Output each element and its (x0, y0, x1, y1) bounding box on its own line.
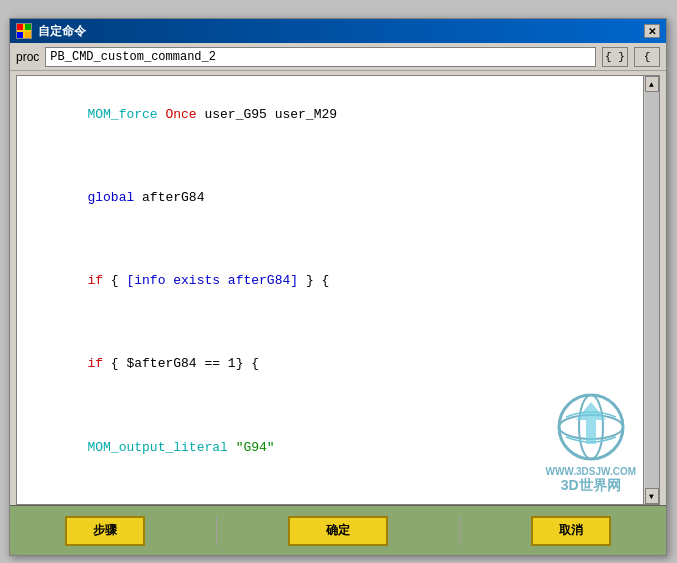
command-name-input[interactable] (45, 47, 596, 67)
svg-rect-3 (25, 32, 31, 38)
separator-1 (216, 516, 217, 546)
open-brace-button[interactable]: { (634, 47, 660, 67)
separator-2 (459, 516, 460, 546)
vertical-scrollbar[interactable]: ▲ ▼ (643, 76, 659, 504)
code-line-7: if { $afterG84 == 1} { (25, 334, 651, 396)
code-editor[interactable]: MOM_force Once user_G95 user_M29 global … (16, 75, 660, 505)
scroll-down-button[interactable]: ▼ (645, 488, 659, 504)
code-line-2 (25, 146, 651, 167)
if-close-1: } { (298, 273, 329, 288)
dialog-icon (16, 23, 32, 39)
cancel-button[interactable]: 取消 (531, 516, 611, 546)
g94-string: "G94" (228, 440, 275, 455)
code-line-3: global afterG84 (25, 167, 651, 229)
if-keyword-1: if (87, 273, 103, 288)
confirm-button[interactable]: 确定 (288, 516, 388, 546)
if-keyword-2: if (87, 356, 103, 371)
var-afterG84: afterG84 (134, 190, 204, 205)
dialog-window: 自定命令 ✕ proc { } { MOM_force Once user_G9… (9, 18, 667, 556)
svg-rect-1 (25, 24, 31, 30)
title-left: 自定命令 (16, 23, 86, 40)
code-line-8 (25, 396, 651, 417)
braces-button[interactable]: { } (602, 47, 628, 67)
svg-rect-0 (17, 24, 23, 30)
code-line-6 (25, 313, 651, 334)
bottom-toolbar: 步骤 确定 取消 (10, 505, 666, 555)
toolbar: proc { } { (10, 43, 666, 71)
info-exists: [info exists afterG84] (126, 273, 298, 288)
args-1: user_G95 user_M29 (197, 107, 337, 122)
dialog-title: 自定命令 (38, 23, 86, 40)
scroll-track[interactable] (645, 92, 659, 488)
mom-force-keyword: MOM_force (87, 107, 157, 122)
code-line-5: if { [info exists afterG84] } { (25, 250, 651, 312)
if-condition-2: { $afterG84 == 1} { (103, 356, 259, 371)
code-line-4 (25, 230, 651, 251)
svg-rect-2 (17, 32, 23, 38)
code-line-11: } (25, 500, 651, 504)
close-button[interactable]: ✕ (644, 24, 660, 38)
mom-output-literal: MOM_output_literal (87, 440, 227, 455)
code-line-9: MOM_output_literal "G94" (25, 417, 651, 479)
proc-label: proc (16, 50, 39, 64)
global-keyword: global (87, 190, 134, 205)
step-button[interactable]: 步骤 (65, 516, 145, 546)
code-line-10 (25, 479, 651, 500)
dialog-titlebar: 自定命令 ✕ (10, 19, 666, 43)
code-content: MOM_force Once user_G95 user_M29 global … (17, 76, 659, 504)
scroll-up-button[interactable]: ▲ (645, 76, 659, 92)
once-keyword: Once (158, 107, 197, 122)
code-line-1: MOM_force Once user_G95 user_M29 (25, 84, 651, 146)
if-brace-1: { (103, 273, 126, 288)
